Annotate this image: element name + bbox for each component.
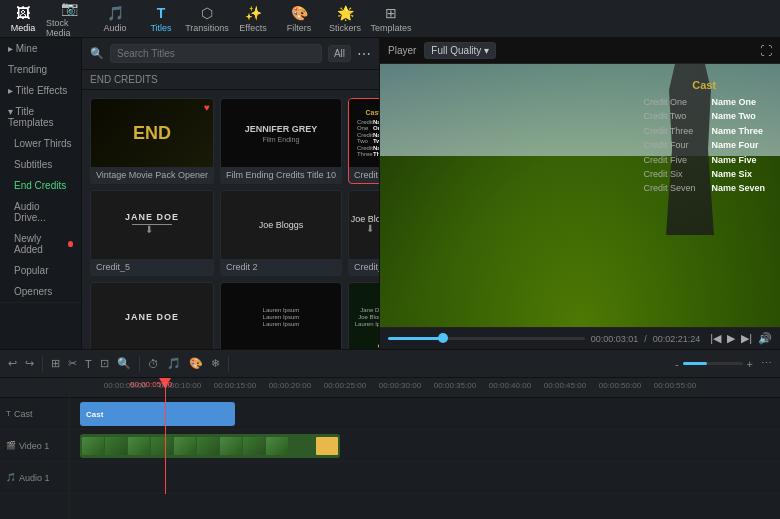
undo-button[interactable]: ↩ bbox=[8, 357, 17, 370]
zoom-out-button[interactable]: - bbox=[675, 358, 679, 370]
skip-back-button[interactable]: |◀ bbox=[710, 332, 721, 345]
titles-icon: T bbox=[157, 5, 166, 21]
new-dot bbox=[68, 241, 73, 247]
template-label-vintage: Vintage Movie Pack Opener bbox=[91, 167, 213, 183]
more-options-icon[interactable]: ⋯ bbox=[357, 46, 371, 62]
filter-badge[interactable]: All bbox=[328, 45, 351, 62]
topbar-stickers-label: Stickers bbox=[329, 23, 361, 33]
more-button[interactable]: ⋯ bbox=[761, 357, 772, 370]
preview-title: Player bbox=[388, 45, 416, 56]
template-card-credit2[interactable]: Joe Bloggs Credit 2 bbox=[220, 190, 342, 276]
topbar-titles[interactable]: T Titles bbox=[138, 0, 184, 38]
skip-forward-button[interactable]: ▶| bbox=[741, 332, 752, 345]
color-button[interactable]: 🎨 bbox=[189, 357, 203, 370]
multi2: Lauren Ipsum bbox=[263, 314, 300, 320]
template-card-credit5[interactable]: JANE DOE ⬇ Credit_5 bbox=[90, 190, 214, 276]
freeze-button[interactable]: ❄ bbox=[211, 357, 220, 370]
topbar-media[interactable]: 🖼 Media bbox=[0, 0, 46, 38]
topbar-templates[interactable]: ⊞ Templates bbox=[368, 0, 414, 38]
nav-newly-added[interactable]: Newly Added bbox=[0, 228, 81, 260]
play-button[interactable]: ▶ bbox=[727, 332, 735, 345]
maximize-icon[interactable]: ⛶ bbox=[760, 44, 772, 58]
nav-mine[interactable]: ▸ Mine bbox=[0, 38, 81, 59]
track-row-video bbox=[70, 430, 780, 462]
topbar-titles-label: Titles bbox=[150, 23, 171, 33]
ruler-mark-6: 00:00:30:00 bbox=[379, 381, 421, 390]
crop-button[interactable]: ⊡ bbox=[100, 357, 109, 370]
template-card-credit4[interactable]: JANE DOE Credit 4 bbox=[90, 282, 214, 349]
topbar-effects[interactable]: ✨ Effects bbox=[230, 0, 276, 38]
nav-trending[interactable]: Trending bbox=[0, 59, 81, 80]
nav-audio-drive[interactable]: Audio Drive... bbox=[0, 196, 81, 228]
template-card-credit11[interactable]: Jane Doe Joe Bloggs Lauren Ipsum Credit … bbox=[348, 282, 379, 349]
redo-button[interactable]: ↪ bbox=[25, 357, 34, 370]
ruler-mark-3: 00:00:15:00 bbox=[214, 381, 256, 390]
zoom-fill bbox=[683, 362, 707, 365]
credit11-line3: Lauren Ipsum bbox=[355, 321, 379, 327]
cast-clip[interactable]: Cast bbox=[80, 402, 235, 426]
toolbar-sep-3 bbox=[228, 356, 229, 372]
credit11-badge bbox=[378, 344, 379, 348]
nav-end-credits[interactable]: End Credits bbox=[0, 175, 81, 196]
timeline-toolbar: ↩ ↪ ⊞ ✂ T ⊡ 🔍 ⏱ 🎵 🎨 ❄ - + ⋯ bbox=[0, 350, 780, 378]
credit-name-4: Name Four bbox=[711, 138, 758, 152]
zoom-in-btn[interactable]: + bbox=[747, 358, 753, 370]
nav-subtitles-label: Subtitles bbox=[14, 159, 52, 170]
credits-title: Cast bbox=[643, 79, 765, 91]
topbar-stickers[interactable]: 🌟 Stickers bbox=[322, 0, 368, 38]
video-frame-end bbox=[316, 437, 338, 455]
progress-handle[interactable] bbox=[438, 333, 448, 343]
topbar-templates-label: Templates bbox=[370, 23, 411, 33]
video-frame-1 bbox=[82, 437, 104, 455]
jane-name: JANE DOE bbox=[125, 212, 179, 222]
playhead bbox=[165, 378, 166, 494]
template-card-film[interactable]: JENNIFER GREY Film Ending Film Ending Cr… bbox=[220, 98, 342, 184]
template-card-credit1[interactable]: Cast Credit OneName One Credit TwoName T… bbox=[348, 98, 379, 184]
template-card-credit13[interactable]: Lauren Ipsum Lauren Ipsum Lauren Ipsum C… bbox=[220, 282, 342, 349]
audio-track-label: Audio 1 bbox=[19, 473, 50, 483]
nav-openers-label: Openers bbox=[14, 286, 52, 297]
ruler-mark-10: 00:00:50:00 bbox=[599, 381, 641, 390]
credit-label-2: Credit Two bbox=[643, 109, 703, 123]
search-input[interactable] bbox=[110, 44, 322, 63]
progress-fill bbox=[388, 337, 443, 340]
topbar-stock-media[interactable]: 📷 Stock Media bbox=[46, 0, 92, 38]
multi3: Lauren Ipsum bbox=[263, 321, 300, 327]
film-name: JENNIFER GREY bbox=[245, 124, 318, 134]
credit-row-7: Credit Seven Name Seven bbox=[643, 181, 765, 195]
nav-title-templates[interactable]: ▾ Title Templates bbox=[0, 101, 81, 133]
chevron-down-icon: ▾ bbox=[484, 45, 489, 56]
zoom-slider[interactable] bbox=[683, 362, 743, 365]
cut-button[interactable]: ✂ bbox=[68, 357, 77, 370]
nav-subtitles[interactable]: Subtitles bbox=[0, 154, 81, 175]
preview-header: Player Full Quality ▾ ⛶ bbox=[380, 38, 780, 64]
topbar-audio-label: Audio bbox=[103, 23, 126, 33]
progress-bar[interactable] bbox=[388, 337, 585, 340]
snap-button[interactable]: ⊞ bbox=[51, 357, 60, 370]
nav-openers[interactable]: Openers bbox=[0, 281, 81, 302]
topbar-audio[interactable]: 🎵 Audio bbox=[92, 0, 138, 38]
template-thumb-credit3: Joe Bloggs ⬇ bbox=[349, 191, 379, 259]
nav-title-effects[interactable]: ▸ Title Effects bbox=[0, 80, 81, 101]
credit-line-1: Credit OneName One bbox=[353, 119, 379, 131]
credit-label-6: Credit Six bbox=[643, 167, 703, 181]
volume-icon[interactable]: 🔊 bbox=[758, 332, 772, 345]
topbar-filters[interactable]: 🎨 Filters bbox=[276, 0, 322, 38]
topbar-transitions[interactable]: ⬡ Transitions bbox=[184, 0, 230, 38]
preview-video: Cast Credit One Name One Credit Two Name… bbox=[380, 64, 780, 327]
nav-popular[interactable]: Popular bbox=[0, 260, 81, 281]
topbar-media-label: Media bbox=[11, 23, 36, 33]
template-card-vintage[interactable]: END ♥ Vintage Movie Pack Opener bbox=[90, 98, 214, 184]
speed-button[interactable]: ⏱ bbox=[148, 358, 159, 370]
zoom-in-button[interactable]: 🔍 bbox=[117, 357, 131, 370]
zoom-controls: - + bbox=[675, 358, 753, 370]
quality-selector[interactable]: Full Quality ▾ bbox=[424, 42, 496, 59]
credit-name-3: Name Three bbox=[711, 124, 763, 138]
credit-name-5: Name Five bbox=[711, 153, 756, 167]
nav-lower-thirds[interactable]: Lower Thirds bbox=[0, 133, 81, 154]
text-button[interactable]: T bbox=[85, 358, 92, 370]
audio-button[interactable]: 🎵 bbox=[167, 357, 181, 370]
template-card-credit3[interactable]: Joe Bloggs ⬇ Credit_3 bbox=[348, 190, 379, 276]
nav-section-main: ▸ Mine Trending ▸ Title Effects ▾ Title … bbox=[0, 38, 81, 303]
video-clip[interactable] bbox=[80, 434, 340, 458]
